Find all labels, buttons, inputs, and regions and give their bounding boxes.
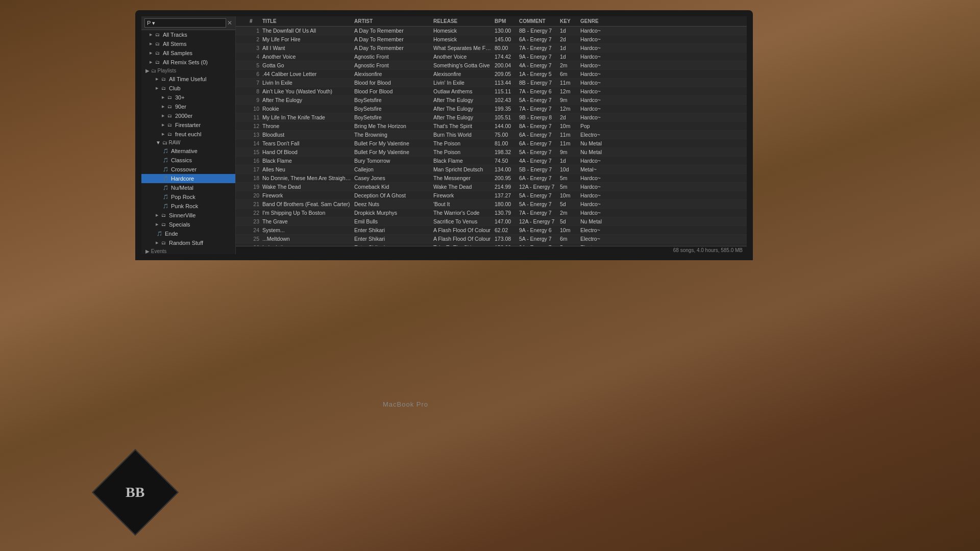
sidebar-item-all-tracks[interactable]: ▶ 🗂 All Tracks [141, 30, 235, 39]
row-genre: Hardco~ [579, 209, 625, 216]
sidebar-section-playlists[interactable]: ▶ 🗂 Playlists [141, 67, 235, 74]
table-row[interactable]: 5 Gotta Go Agnostic Front Something's Go… [236, 61, 747, 70]
row-bpm: 147.00 [493, 218, 518, 225]
col-comment[interactable]: COMMENT [518, 17, 558, 25]
table-row[interactable]: 24 System... Enter Shikari A Flash Flood… [236, 226, 747, 235]
table-row[interactable]: 1 The Downfall Of Us All A Day To Rememb… [236, 27, 747, 35]
sidebar-item-hardcore[interactable]: 🎵 Hardcore [141, 174, 235, 183]
col-genre[interactable]: GENRE [579, 17, 625, 25]
sidebar-item-30plus[interactable]: ▶ 🗂 30+ [141, 93, 235, 102]
sidebar-item-classics[interactable]: 🎵 Classics [141, 156, 235, 165]
row-check [238, 122, 248, 130]
search-input[interactable] [144, 18, 226, 28]
row-genre: Hardco~ [579, 70, 625, 78]
row-key: 1d [558, 157, 579, 164]
row-artist: Deez Nuts [353, 201, 432, 208]
table-row[interactable]: 19 Wake The Dead Comeback Kid Wake The D… [236, 183, 747, 191]
sidebar-item-nu-metal[interactable]: 🎵 Nu/Metal [141, 183, 235, 192]
table-row[interactable]: 7 Livin In Exile Blood for Blood Livin' … [236, 79, 747, 87]
sidebar-label: All Tracks [163, 32, 187, 38]
col-release[interactable]: RELEASE [432, 17, 493, 25]
table-row[interactable]: 8 Ain't Like You (Wasted Youth) Blood Fo… [236, 87, 747, 96]
table-row[interactable]: 17 Alles Neu Callejon Man Spricht Deutsc… [236, 165, 747, 174]
row-check [238, 140, 248, 147]
row-artist: Emil Bulls [353, 218, 432, 225]
col-title[interactable]: TITLE [261, 17, 353, 25]
triangle-icon: ▶ [150, 33, 152, 37]
table-row[interactable]: 22 I'm Shipping Up To Boston Dropkick Mu… [236, 209, 747, 217]
sidebar-item-punk-rock[interactable]: 🎵 Punk Rock [141, 202, 235, 211]
sidebar-item-all-stems[interactable]: ▶ 🗂 All Stems [141, 39, 235, 48]
sidebar-item-crossover[interactable]: 🎵 Crossover [141, 165, 235, 174]
row-num: 8 [248, 88, 261, 95]
table-row[interactable]: 18 No Donnie, These Men Are Straight Edg… [236, 174, 747, 183]
table-row[interactable]: 3 All I Want A Day To Remember What Sepa… [236, 44, 747, 53]
table-row[interactable]: 12 Throne Bring Me The Horizon That's Th… [236, 122, 747, 131]
table-row[interactable]: 13 Bloodlust The Browning Burn This Worl… [236, 131, 747, 139]
row-title: .44 Caliber Love Letter [261, 70, 353, 78]
sidebar-item-2000er[interactable]: ▶ 🗂 2000er [141, 111, 235, 120]
sidebar-item-pop-rock[interactable]: 🎵 Pop Rock [141, 192, 235, 202]
col-key[interactable]: KEY [558, 17, 579, 25]
row-comment: 6A - Energy 7 [518, 174, 558, 182]
row-bpm: 81.00 [493, 140, 518, 147]
col-artist[interactable]: ARTIST [353, 17, 432, 25]
row-genre: Hardco~ [579, 88, 625, 95]
row-bpm: 200.04 [493, 62, 518, 69]
triangle-icon: ▶ [162, 132, 164, 136]
row-key: 12m [558, 88, 579, 95]
table-row[interactable]: 11 My Life In The Knife Trade BoySetsfir… [236, 113, 747, 122]
row-comment: 9A - Energy 7 [518, 53, 558, 60]
row-bpm: 113.44 [493, 79, 518, 86]
table-row[interactable]: 9 After The Eulogy BoySetsfire After The… [236, 96, 747, 105]
row-comment: 6A - Energy 7 [518, 131, 558, 138]
sidebar-item-firestarter[interactable]: ▶ 🗂 Firestarter [141, 120, 235, 130]
row-num: 13 [248, 131, 261, 138]
table-row[interactable]: 2 My Life For Hire A Day To Remember Hom… [236, 35, 747, 44]
sidebar-section-events[interactable]: ▶ Events [141, 247, 235, 254]
sidebar-item-random-stuff[interactable]: ▶ 🗂 Random Stuff [141, 238, 235, 247]
table-row[interactable]: 14 Tears Don't Fall Bullet For My Valent… [236, 139, 747, 148]
triangle-icon: ▶ [156, 77, 158, 81]
table-row[interactable]: 21 Band Of Brothers (Feat. Sam Carter) D… [236, 200, 747, 209]
sidebar-item-specials[interactable]: ▶ 🗂 Specials [141, 220, 235, 229]
sidebar-item-sinnerville[interactable]: ▶ 🗂 SinnerVille [141, 211, 235, 220]
sidebar-item-freut-euch[interactable]: ▶ 🗂 freut euchl [141, 130, 235, 139]
triangle-icon: ▶ [156, 241, 158, 245]
row-title: Bloodlust [261, 131, 353, 138]
row-release: Another Voice [432, 53, 493, 60]
table-row[interactable]: 16 Black Flame Bury Tomorrow Black Flame… [236, 157, 747, 165]
row-key: 11m [558, 131, 579, 138]
row-comment: 8A - Energy 7 [518, 122, 558, 130]
row-title: Hand Of Blood [261, 148, 353, 156]
search-clear-icon[interactable]: ✕ [227, 19, 232, 27]
row-comment: 4A - Energy 7 [518, 62, 558, 69]
row-genre: Hardco~ [579, 105, 625, 112]
sidebar-item-all-samples[interactable]: ▶ 🗂 All Samples [141, 48, 235, 58]
table-body[interactable]: 1 The Downfall Of Us All A Day To Rememb… [236, 27, 747, 246]
sidebar-item-ende[interactable]: 🎵 Ende [141, 229, 235, 238]
table-row[interactable]: 25 ...Meltdown Enter Shikari A Flash Flo… [236, 235, 747, 243]
folder-icon: 🗂 [160, 212, 167, 219]
table-row[interactable]: 20 Firework Deception Of A Ghost Firewor… [236, 191, 747, 200]
sidebar-section-raw[interactable]: ▼ 🗂 RAW [141, 139, 235, 146]
sidebar-item-90er[interactable]: ▶ 🗂 90er [141, 102, 235, 111]
row-check [238, 157, 248, 164]
row-artist: A Day To Remember [353, 36, 432, 43]
sidebar-item-all-remix[interactable]: ▶ 🗂 All Remix Sets (0) [141, 58, 235, 67]
table-row[interactable]: 15 Hand Of Blood Bullet For My Valentine… [236, 148, 747, 157]
sidebar-item-all-time-useful[interactable]: ▶ 🗂 All Time Useful [141, 74, 235, 84]
search-bar[interactable]: ✕ [141, 16, 235, 30]
row-key: 1d [558, 53, 579, 60]
sidebar-item-alternative[interactable]: 🎵 Alternative [141, 146, 235, 156]
row-title: System... [261, 227, 353, 234]
row-num: 2 [248, 36, 261, 43]
row-bpm: 200.95 [493, 174, 518, 182]
table-row[interactable]: 10 Rookie BoySetsfire After The Eulogy 1… [236, 105, 747, 113]
table-row[interactable]: 6 .44 Caliber Love Letter Alexisonfire A… [236, 70, 747, 79]
sidebar-item-club[interactable]: ▶ 🗂 Club [141, 84, 235, 93]
table-row[interactable]: 23 The Grave Emil Bulls Sacrifice To Ven… [236, 217, 747, 226]
col-bpm[interactable]: BPM [493, 17, 518, 25]
table-row[interactable]: 4 Another Voice Agnostic Front Another V… [236, 53, 747, 61]
macbook-label: MacBook Pro [383, 400, 428, 408]
